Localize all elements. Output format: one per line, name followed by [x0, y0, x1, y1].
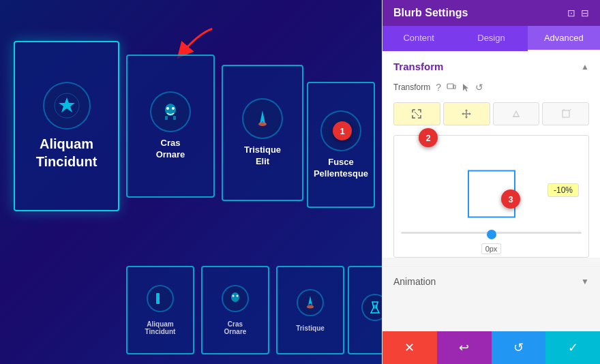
svg-line-35 — [569, 109, 571, 110]
card-bottom-2-icon — [222, 285, 249, 312]
svg-rect-24 — [447, 84, 453, 89]
tab-advanced[interactable]: Advanced — [528, 26, 600, 51]
card-third[interactable]: TristiqueElit — [222, 65, 303, 201]
cancel-icon: ✕ — [404, 340, 415, 355]
svg-point-21 — [307, 305, 314, 308]
card-bottom-3-icon — [297, 289, 324, 316]
card-second-icon — [150, 91, 191, 132]
bottom-value: 0px — [481, 243, 502, 254]
svg-point-23 — [373, 305, 377, 309]
panel-header-actions: ⊡ ⊟ — [567, 7, 589, 18]
svg-point-9 — [258, 122, 267, 126]
panel-content: Transform ▲ Transform ? ↺ — [382, 51, 600, 331]
settings-panel: Blurb Settings ⊡ ⊟ Content Design Advanc… — [382, 0, 600, 364]
card-main-label: Aliquam Tincidunt — [15, 135, 118, 170]
card-fourth[interactable]: FuscePellentesque — [307, 82, 375, 208]
redo-icon: ↺ — [513, 340, 524, 355]
transform-chevron-icon: ▲ — [581, 62, 589, 72]
svg-line-26 — [415, 112, 419, 116]
svg-rect-33 — [562, 110, 569, 117]
value-tooltip: -10% — [548, 183, 579, 197]
reset-icon[interactable]: ↺ — [475, 82, 483, 93]
undo-icon: ↩ — [459, 340, 469, 355]
h-slider-thumb[interactable] — [487, 230, 496, 239]
tab-bar: Content Design Advanced — [382, 26, 600, 51]
svg-point-15 — [157, 294, 160, 297]
animation-chevron-icon: ▼ — [581, 277, 589, 286]
svg-rect-6 — [165, 116, 168, 120]
redo-button[interactable]: ↺ — [492, 331, 546, 364]
mode-buttons-row — [382, 100, 600, 132]
svg-point-19 — [237, 295, 239, 297]
bottom-toolbar: ✕ ↩ ↺ ✓ — [382, 331, 600, 364]
card-bottom-2[interactable]: CrasOrnare — [201, 266, 269, 354]
annotation-1: 1 — [333, 121, 352, 140]
card-bottom-2-label: CrasOrnare — [224, 320, 247, 335]
card-bottom-1[interactable]: AliquamTincidunt — [126, 266, 194, 354]
tab-design[interactable]: Design — [455, 26, 527, 51]
undo-button[interactable]: ↩ — [437, 331, 492, 364]
svg-marker-31 — [462, 112, 464, 115]
animation-section: Animation ▼ — [382, 266, 600, 297]
mode-btn-scale[interactable] — [393, 102, 440, 125]
panel-header: Blurb Settings ⊡ ⊟ — [382, 0, 600, 26]
mode-btn-translate[interactable] — [443, 102, 490, 125]
expand-icon[interactable]: ⊡ — [567, 7, 575, 18]
annotation-3: 3 — [501, 189, 520, 209]
canvas-area: Aliquam Tincidunt CrasOrnare Trist — [0, 0, 382, 364]
animation-section-title: Animation — [393, 276, 436, 287]
svg-rect-7 — [173, 116, 176, 120]
cancel-button[interactable]: ✕ — [382, 331, 437, 364]
card-bottom-4-icon — [361, 294, 382, 321]
svg-marker-30 — [465, 117, 468, 119]
transform-section: Transform ▲ Transform ? ↺ — [382, 51, 600, 258]
transform-label: Transform — [393, 82, 430, 92]
card-second-label: CrasOrnare — [156, 138, 185, 161]
transform-section-title: Transform — [393, 61, 443, 72]
transform-section-header[interactable]: Transform ▲ — [382, 51, 600, 79]
card-bottom-4[interactable] — [348, 266, 382, 354]
confirm-icon: ✓ — [568, 340, 578, 355]
card-bottom-1-icon — [147, 285, 174, 312]
transform-controls-row: Transform ? ↺ — [382, 79, 600, 100]
svg-point-13 — [151, 289, 170, 308]
annotation-2: 2 — [419, 128, 438, 147]
card-bottom-3-label: Tristique — [296, 324, 325, 332]
svg-point-5 — [172, 107, 175, 110]
columns-icon[interactable]: ⊟ — [581, 7, 589, 18]
mode-btn-3d[interactable] — [542, 102, 589, 125]
card-bottom-1-label: AliquamTincidunt — [145, 320, 176, 335]
animation-section-header[interactable]: Animation ▼ — [382, 267, 600, 297]
card-third-icon — [242, 98, 283, 139]
cursor-icon[interactable] — [462, 82, 470, 92]
svg-rect-25 — [453, 85, 455, 89]
card-second[interactable]: CrasOrnare — [126, 55, 215, 198]
panel-title: Blurb Settings — [393, 7, 468, 19]
card-main-icon — [43, 82, 91, 130]
device-icon[interactable] — [447, 82, 456, 92]
confirm-button[interactable]: ✓ — [545, 331, 600, 364]
card-bottom-3[interactable]: Tristique — [276, 266, 344, 354]
mode-btn-skew[interactable] — [493, 102, 540, 125]
help-icon[interactable]: ? — [436, 82, 441, 93]
svg-marker-32 — [469, 112, 471, 115]
svg-point-17 — [231, 292, 239, 302]
svg-point-4 — [166, 107, 169, 110]
card-fourth-label: FuscePellentesque — [314, 157, 368, 180]
svg-point-18 — [232, 295, 235, 297]
card-main[interactable]: Aliquam Tincidunt — [14, 41, 119, 211]
card-third-label: TristiqueElit — [244, 145, 281, 168]
svg-marker-29 — [465, 109, 468, 111]
tab-content[interactable]: Content — [382, 26, 455, 51]
transform-visual: 0px -10% — [393, 135, 589, 258]
